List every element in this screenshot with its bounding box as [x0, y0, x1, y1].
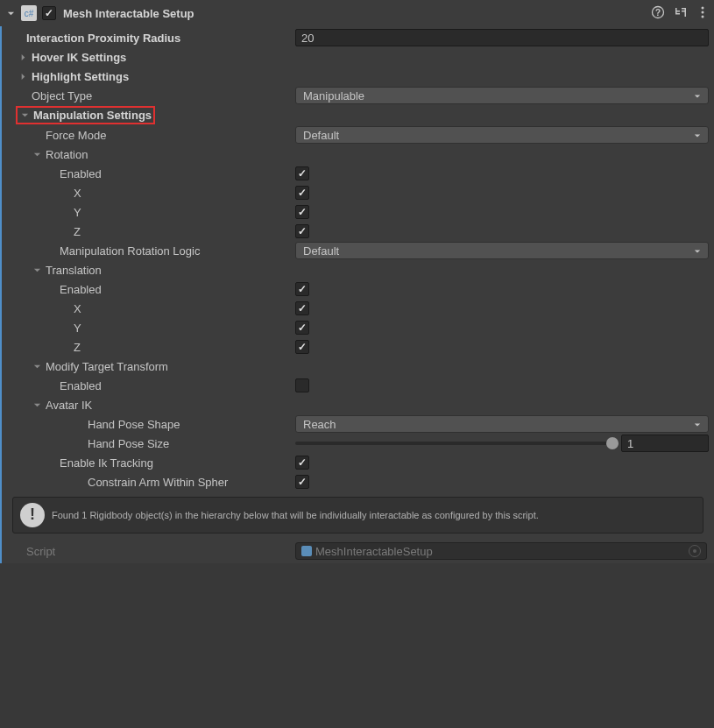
- translation-enabled-checkbox[interactable]: [295, 282, 309, 296]
- rotation-z-label: Z: [2, 225, 295, 238]
- force-mode-row: Force Mode Default: [2, 125, 714, 145]
- rotation-z-checkbox[interactable]: [295, 224, 309, 238]
- object-type-label: Object Type: [2, 89, 295, 102]
- chevron-down-icon: [7, 10, 15, 18]
- rotation-x-checkbox[interactable]: [295, 186, 309, 200]
- hover-ik-label: Hover IK Settings: [32, 51, 126, 64]
- proximity-radius-input[interactable]: [295, 29, 709, 46]
- slider-thumb[interactable]: [606, 437, 619, 449]
- script-object-field[interactable]: MeshInteractableSetup: [295, 542, 707, 560]
- svg-point-9: [702, 11, 704, 13]
- component-title: Mesh Interactable Setup: [63, 7, 651, 20]
- rotation-x-label: X: [2, 187, 295, 200]
- modify-target-enabled-label: Enabled: [2, 379, 295, 392]
- chevron-down-icon: [694, 93, 701, 100]
- component-enabled-checkbox[interactable]: [42, 6, 56, 20]
- svg-point-8: [702, 6, 704, 9]
- translation-y-checkbox[interactable]: [295, 321, 309, 335]
- rotation-logic-dropdown[interactable]: Default: [295, 242, 709, 259]
- rotation-y-checkbox[interactable]: [295, 205, 309, 219]
- proximity-radius-label: Interaction Proximity Radius: [2, 32, 295, 45]
- modify-target-enabled-checkbox[interactable]: [295, 378, 309, 392]
- script-row: Script MeshInteractableSetup: [2, 539, 714, 563]
- info-message-text: Found 1 Rigidbody object(s) in the hiera…: [52, 509, 539, 521]
- translation-z-checkbox[interactable]: [295, 340, 309, 354]
- force-mode-dropdown[interactable]: Default: [295, 126, 709, 144]
- translation-x-checkbox[interactable]: [295, 301, 309, 315]
- chevron-down-icon: [33, 401, 41, 409]
- hand-pose-size-label: Hand Pose Size: [2, 437, 295, 450]
- highlight-label: Highlight Settings: [32, 70, 129, 83]
- rotation-enabled-checkbox[interactable]: [295, 166, 309, 180]
- svg-text:?: ?: [655, 8, 661, 18]
- chevron-down-icon: [694, 421, 701, 428]
- script-asset-icon: [301, 546, 312, 556]
- chevron-down-icon: [694, 248, 701, 255]
- menu-icon[interactable]: [696, 5, 709, 22]
- highlight-annotation: Manipulation Settings: [16, 106, 155, 124]
- chevron-down-icon: [33, 363, 41, 371]
- help-icon[interactable]: ?: [651, 5, 665, 22]
- script-label: Script: [2, 545, 295, 558]
- hand-pose-size-input[interactable]: [621, 435, 709, 452]
- rotation-row[interactable]: Rotation: [2, 145, 714, 164]
- proximity-radius-row: Interaction Proximity Radius: [2, 28, 714, 47]
- rotation-enabled-label: Enabled: [2, 167, 295, 180]
- constrain-arm-checkbox[interactable]: [295, 475, 309, 489]
- object-type-dropdown[interactable]: Manipulable: [295, 87, 709, 104]
- translation-label: Translation: [46, 264, 102, 277]
- chevron-down-icon: [33, 151, 41, 159]
- preset-icon[interactable]: [674, 5, 688, 22]
- script-icon: c#: [21, 5, 37, 21]
- hand-pose-size-slider[interactable]: [295, 442, 616, 445]
- manipulation-settings-row[interactable]: Manipulation Settings: [2, 105, 714, 125]
- object-picker-icon[interactable]: [689, 545, 701, 557]
- component-header: c# Mesh Interactable Setup ?: [0, 0, 714, 26]
- hand-pose-shape-dropdown[interactable]: Reach: [295, 415, 709, 433]
- chevron-down-icon: [33, 266, 41, 274]
- avatar-ik-label: Avatar IK: [46, 399, 92, 412]
- avatar-ik-row[interactable]: Avatar IK: [2, 395, 714, 414]
- translation-x-label: X: [2, 302, 295, 315]
- rotation-label: Rotation: [46, 148, 88, 161]
- rotation-logic-row: Manipulation Rotation Logic Default: [2, 241, 714, 260]
- constrain-arm-label: Constrain Arm Within Spher: [2, 476, 295, 489]
- chevron-down-icon: [21, 111, 29, 119]
- translation-row[interactable]: Translation: [2, 260, 714, 279]
- hand-pose-size-row: Hand Pose Size: [2, 434, 714, 453]
- modify-target-label: Modify Target Transform: [46, 360, 168, 373]
- translation-y-label: Y: [2, 322, 295, 335]
- rotation-y-label: Y: [2, 206, 295, 219]
- rotation-logic-label: Manipulation Rotation Logic: [2, 244, 295, 258]
- enable-ik-tracking-checkbox[interactable]: [295, 456, 309, 470]
- info-icon: !: [20, 503, 45, 527]
- force-mode-label: Force Mode: [2, 129, 295, 142]
- foldout-toggle[interactable]: [5, 8, 16, 18]
- info-message-box: ! Found 1 Rigidbody object(s) in the hie…: [12, 497, 703, 534]
- hover-ik-row[interactable]: Hover IK Settings: [2, 47, 714, 67]
- svg-rect-7: [685, 8, 687, 17]
- hand-pose-shape-row: Hand Pose Shape Reach: [2, 414, 714, 434]
- enable-ik-tracking-label: Enable Ik Tracking: [2, 456, 295, 470]
- object-type-row: Object Type Manipulable: [2, 86, 714, 105]
- modify-target-row[interactable]: Modify Target Transform: [2, 357, 714, 376]
- chevron-right-icon: [19, 53, 27, 61]
- highlight-row[interactable]: Highlight Settings: [2, 67, 714, 86]
- chevron-down-icon: [694, 132, 701, 139]
- svg-rect-6: [675, 8, 677, 14]
- hand-pose-shape-label: Hand Pose Shape: [2, 418, 295, 431]
- translation-z-label: Z: [2, 341, 295, 354]
- svg-point-10: [702, 15, 704, 18]
- manipulation-settings-label: Manipulation Settings: [33, 109, 152, 122]
- translation-enabled-label: Enabled: [2, 283, 295, 296]
- chevron-right-icon: [19, 73, 27, 81]
